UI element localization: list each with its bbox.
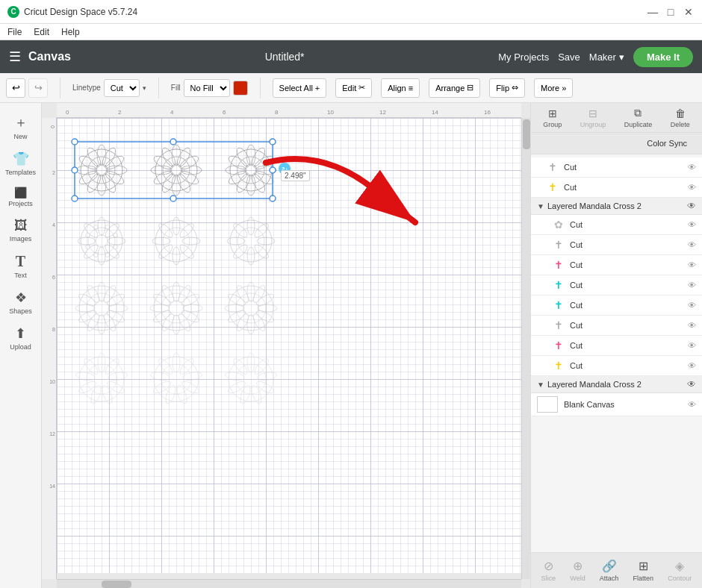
menu-edit[interactable]: Edit [34,27,49,37]
sidebar-item-upload[interactable]: ⬆ Upload [1,321,40,355]
layer-item-mandala-gray[interactable]: ✿ Cut 👁 [531,215,702,235]
layer-item-cut-3[interactable]: ✝ Cut 👁 [531,275,702,295]
weld-icon: ⊕ [573,559,583,573]
layers-list[interactable]: ✝ Cut 👁 ✝ Cut 👁 ▼ Layered Mandala Cross … [531,154,702,552]
layer-item-cut-5[interactable]: ✝ Cut 👁 [531,316,702,336]
duplicate-button[interactable]: ⧉ Duplicate [620,104,657,131]
svg-point-124 [234,312,251,333]
attach-button[interactable]: 🔗 Attach [594,556,625,585]
canvas-area[interactable]: 0 2 4 6 8 10 12 14 16 0 2 4 6 8 10 12 14 [42,103,530,588]
horizontal-scrollbar-thumb[interactable] [102,581,131,588]
blank-canvas-eye-icon[interactable]: 👁 [688,400,696,409]
menu-file[interactable]: File [7,27,22,37]
my-projects-button[interactable]: My Projects [498,51,549,63]
arrange-button[interactable]: Arrange ⊟ [429,78,480,98]
layer-item-cut-1[interactable]: ✝ Cut 👁 [531,235,702,255]
eye-icon[interactable]: 👁 [688,183,696,192]
group-button[interactable]: ⊞ Group [538,105,566,131]
svg-point-168 [170,196,176,201]
layer-item-cut-gray[interactable]: ✝ Cut 👁 [531,157,702,178]
svg-point-110 [152,308,173,325]
group-header-mandala-2[interactable]: ▼ Layered Mandala Cross 2 👁 [531,376,702,393]
layer-item-cut-2[interactable]: ✝ Cut 👁 [531,255,702,275]
close-button[interactable]: ✕ [683,6,695,18]
layer-item-cut-7[interactable]: ✝ Cut 👁 [531,356,702,376]
fill-select[interactable]: No Fill [184,79,230,97]
sidebar-label-text: Text [14,272,27,279]
svg-point-119 [255,292,276,308]
sidebar-item-templates[interactable]: 👕 Templates [1,146,40,181]
weld-button[interactable]: ⊕ Weld [564,556,591,585]
save-button[interactable]: Save [558,51,580,63]
menu-help[interactable]: Help [61,27,80,37]
group-eye-icon[interactable]: 👁 [687,201,696,211]
more-button[interactable]: More » [534,78,573,98]
flip-button[interactable]: Flip ⇔ [489,78,525,98]
sidebar-item-text[interactable]: T Text [1,248,40,284]
undo-button[interactable]: ↩ [6,78,25,98]
shapes-icon: ❖ [15,290,27,306]
layer-item-cut-yellow[interactable]: ✝ Cut 👁 [531,178,702,198]
vertical-scrollbar-thumb[interactable] [523,119,530,149]
svg-point-114 [229,286,273,331]
align-button[interactable]: Align ≡ [381,78,420,98]
eye-icon[interactable]: 👁 [688,281,696,290]
sidebar-item-projects[interactable]: ⬛ Projects [1,182,40,212]
delete-button[interactable]: 🗑 Delete [666,105,695,131]
eye-icon[interactable]: 👁 [688,220,696,229]
svg-point-163 [72,139,78,145]
flatten-button[interactable]: ⊞ Flatten [627,556,660,585]
svg-point-135 [100,384,114,405]
sidebar-label-shapes: Shapes [9,307,32,315]
svg-point-16 [163,157,190,184]
linetype-select[interactable]: Cut [104,79,140,97]
main-toolbar: ↩ ↪ Linetype Cut ▾ Fill No Fill Select A… [0,73,702,103]
svg-point-155 [257,371,277,381]
ungroup-button[interactable]: ⊟ Ungroup [576,105,611,131]
group-header-mandala-1[interactable]: ▼ Layered Mandala Cross 2 👁 [531,198,702,215]
eye-icon[interactable]: 👁 [688,260,696,269]
blank-canvas-label: Blank Canvas [564,400,682,409]
redo-button[interactable]: ↪ [28,78,48,98]
eye-icon[interactable]: 👁 [688,341,696,350]
sidebar-item-images[interactable]: 🖼 Images [1,213,40,247]
select-all-group: Select All + [273,78,327,98]
fill-color-swatch[interactable] [233,81,248,96]
svg-point-128 [234,284,251,304]
layer-item-cut-4[interactable]: ✝ Cut 👁 [531,295,702,316]
layer-item-cut-6[interactable]: ✝ Cut 👁 [531,336,702,356]
canvas-content[interactable]: ↻ 2.498" [57,118,530,573]
select-all-button[interactable]: Select All + [273,78,327,98]
app-header: ☰ Canvas Untitled* My Projects Save Make… [0,40,702,73]
svg-point-54 [78,237,96,245]
sidebar-label-new: New [13,133,27,140]
svg-point-67 [178,222,196,240]
eye-icon[interactable]: 👁 [688,361,696,370]
eye-icon[interactable]: 👁 [688,240,696,249]
sidebar-item-new[interactable]: ＋ New [1,109,40,145]
sidebar-item-shapes[interactable]: ❖ Shapes [1,285,40,319]
svg-point-84 [79,286,124,331]
group-eye-2-icon[interactable]: 👁 [687,379,696,390]
vertical-scrollbar[interactable] [521,118,530,579]
measurement-label: 2.498" [281,170,310,181]
hamburger-menu[interactable]: ☰ [9,49,21,65]
edit-button[interactable]: Edit ✂ [335,78,372,98]
eye-icon[interactable]: 👁 [688,321,696,330]
maximize-button[interactable]: □ [665,6,677,18]
maker-button[interactable]: Maker ▾ [589,51,624,63]
horizontal-scrollbar[interactable] [57,579,521,588]
group-name-mandala-1: Layered Mandala Cross 2 [547,201,684,210]
make-it-button[interactable]: Make It [633,47,693,67]
minimize-button[interactable]: — [647,6,659,18]
svg-point-165 [72,196,78,201]
svg-point-136 [89,384,102,405]
blank-canvas-swatch [537,396,558,413]
eye-icon[interactable]: 👁 [688,163,696,172]
color-sync-button[interactable]: Color Sync [638,136,696,151]
contour-button[interactable]: ◈ Contour [662,556,698,585]
slice-button[interactable]: ⊘ Slice [535,556,562,585]
eye-icon[interactable]: 👁 [688,301,696,310]
align-icon: ≡ [409,84,413,93]
svg-point-158 [238,384,252,405]
